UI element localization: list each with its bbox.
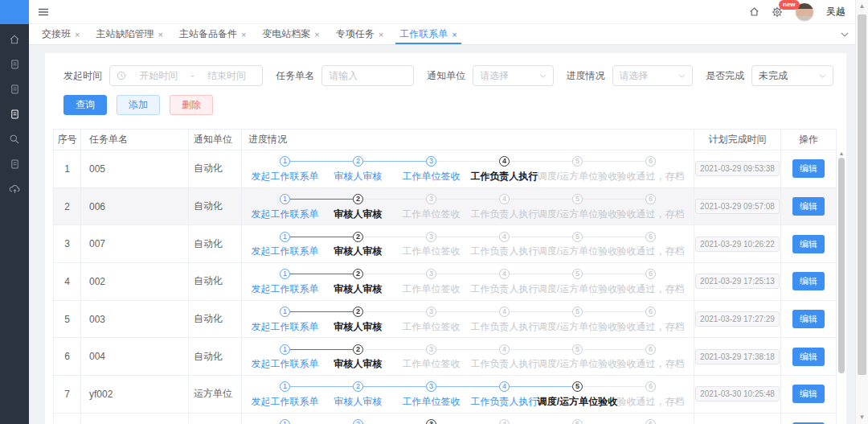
step-label: 验收通过，存档 xyxy=(596,396,705,407)
progress-step-3: 3工作单位签收 xyxy=(395,419,468,424)
tab-3[interactable]: 变电站档案× xyxy=(262,24,319,44)
sidebar-item-search-icon[interactable] xyxy=(9,134,20,145)
row-progress-steps: 1发起工作联系单2审核人审核3工作单位签收4工作负责人执行5调度/运方单位验收6… xyxy=(242,376,694,413)
clock-icon xyxy=(117,71,126,80)
edit-button[interactable]: 编辑 xyxy=(792,197,825,216)
range-separator: - xyxy=(190,70,196,81)
page-scrollbar-thumb[interactable] xyxy=(858,14,866,375)
sidebar-item-cloud-upload-icon[interactable] xyxy=(9,183,21,194)
row-progress-steps: 1发起工作联系单2审核人审核3工作单位签收4工作负责人执行5调度/运方单位验收6… xyxy=(242,338,694,375)
step-circle: 6 xyxy=(645,381,656,392)
sidebar-item-doc-icon[interactable] xyxy=(10,158,20,170)
step-circle: 4 xyxy=(499,344,510,355)
step-circle: 5 xyxy=(572,307,583,317)
row-task-name: yf002 xyxy=(81,376,189,413)
table-row[interactable]: 7 yf002 运方单位 1发起工作联系单2审核人审核3工作单位签收4工作负责人… xyxy=(54,375,836,413)
row-task-name: 002 xyxy=(81,263,189,300)
table-row[interactable]: 1发起工作联系单2审核人审核3工作单位签收4工作负责人执行5调度/运方单位验收6… xyxy=(54,413,836,424)
edit-button[interactable]: 编辑 xyxy=(792,235,825,253)
row-notify-unit xyxy=(189,414,242,424)
step-circle: 2 xyxy=(353,194,363,204)
chevron-down-icon[interactable] xyxy=(841,32,849,37)
sidebar-item-home-icon[interactable] xyxy=(9,34,20,45)
tab-close-icon[interactable]: × xyxy=(379,30,383,39)
search-button[interactable]: 查询 xyxy=(63,95,107,115)
step-label: 验收通过，存档 xyxy=(596,245,705,257)
tab-1[interactable]: 主站缺陷管理× xyxy=(96,24,162,44)
hamburger-menu-icon[interactable] xyxy=(38,6,49,18)
step-circle: 3 xyxy=(426,381,436,392)
tab-close-icon[interactable]: × xyxy=(452,30,457,39)
table-scrollbar[interactable]: ▲ xyxy=(837,129,846,424)
scroll-down-icon[interactable]: ▼ xyxy=(856,411,868,424)
edit-button[interactable]: 编辑 xyxy=(792,159,825,178)
step-circle: 2 xyxy=(353,307,363,317)
sidebar-item-doc-icon[interactable] xyxy=(10,59,20,70)
row-index: 2 xyxy=(54,188,81,225)
notify-unit-value: 请选择 xyxy=(480,69,538,83)
tab-close-icon[interactable]: × xyxy=(75,30,80,39)
complete-select[interactable]: 未完成 xyxy=(751,65,833,86)
edit-button[interactable]: 编辑 xyxy=(792,348,825,366)
add-button[interactable]: 添加 xyxy=(117,95,160,115)
row-index: 5 xyxy=(54,301,81,338)
page-scrollbar[interactable]: ▲ ▼ xyxy=(855,0,868,424)
tab-5[interactable]: 工作联系单× xyxy=(399,24,457,44)
scroll-up-icon[interactable]: ▲ xyxy=(837,150,846,158)
settings-gear-icon[interactable]: new xyxy=(772,6,783,18)
step-circle: 3 xyxy=(426,232,436,242)
table-row[interactable]: 5 003 自动化 1发起工作联系单2审核人审核3工作单位签收4工作负责人执行5… xyxy=(54,300,836,338)
row-index: 4 xyxy=(54,263,81,300)
table-row[interactable]: 3 007 自动化 1发起工作联系单2审核人审核3工作单位签收4工作负责人执行5… xyxy=(54,224,836,262)
row-index: 1 xyxy=(54,150,81,187)
step-label: 验收通过，存档 xyxy=(596,283,705,294)
step-circle: 2 xyxy=(353,344,363,355)
row-progress-steps: 1发起工作联系单2审核人审核3工作单位签收4工作负责人执行5调度/运方单位验收6… xyxy=(242,150,694,187)
sidebar-item-doc-icon[interactable] xyxy=(10,109,20,120)
scroll-up-icon[interactable]: ▲ xyxy=(856,0,868,13)
table-row[interactable]: 2 006 自动化 1发起工作联系单2审核人审核3工作单位签收4工作负责人执行5… xyxy=(54,187,836,225)
step-circle: 5 xyxy=(572,381,583,392)
edit-button[interactable]: 编辑 xyxy=(792,272,825,290)
tab-bar: 交接班×主站缺陷管理×主站备品备件×变电站档案×专项任务×工作联系单× xyxy=(29,24,855,45)
step-circle: 3 xyxy=(426,419,436,424)
step-circle: 3 xyxy=(426,344,436,355)
tab-0[interactable]: 交接班× xyxy=(42,24,80,44)
progress-step-6: 6验收通过，存档 xyxy=(614,231,687,257)
tab-close-icon[interactable]: × xyxy=(158,30,162,39)
user-name[interactable]: 吴越 xyxy=(826,5,845,19)
step-circle: 3 xyxy=(426,307,436,317)
progress-select[interactable]: 请选择 xyxy=(612,65,693,86)
planned-time-value: 2021-03-29 17:25:13 xyxy=(695,274,780,289)
tab-close-icon[interactable]: × xyxy=(241,30,246,39)
table-row[interactable]: 6 004 自动化 1发起工作联系单2审核人审核3工作单位签收4工作负责人执行5… xyxy=(54,337,836,375)
step-circle: 5 xyxy=(572,269,583,279)
header-action: 操作 xyxy=(781,130,836,150)
step-circle: 5 xyxy=(572,232,583,242)
progress-label: 进度情况 xyxy=(567,69,605,83)
step-circle: 4 xyxy=(499,232,510,242)
tab-2[interactable]: 主站备品备件× xyxy=(179,24,246,44)
table-row[interactable]: 4 002 自动化 1发起工作联系单2审核人审核3工作单位签收4工作负责人执行5… xyxy=(54,262,836,300)
date-range-picker[interactable]: 开始时间 - 结束时间 xyxy=(109,65,263,86)
table-row[interactable]: 1 005 自动化 1发起工作联系单2审核人审核3工作单位签收4工作负责人执行5… xyxy=(54,150,836,187)
step-circle: 6 xyxy=(645,419,656,424)
tab-close-icon[interactable]: × xyxy=(314,30,319,39)
edit-button[interactable]: 编辑 xyxy=(792,385,825,403)
step-label: 验收通过，存档 xyxy=(596,208,705,220)
step-circle: 1 xyxy=(280,156,290,167)
row-task-name: 003 xyxy=(81,301,189,338)
edit-button[interactable]: 编辑 xyxy=(792,310,825,328)
home-icon[interactable] xyxy=(749,6,760,17)
table-scrollbar-thumb[interactable] xyxy=(838,158,845,373)
tab-4[interactable]: 专项任务× xyxy=(336,24,383,44)
row-actions: 编辑 xyxy=(781,225,836,262)
step-circle: 6 xyxy=(645,156,656,167)
row-planned-time: 2021-03-30 10:25:48 xyxy=(694,376,781,413)
header-planned: 计划完成时间 xyxy=(694,130,781,150)
header-index: 序号 xyxy=(54,130,81,150)
delete-button[interactable]: 删除 xyxy=(170,95,213,115)
notify-unit-select[interactable]: 请选择 xyxy=(473,65,553,86)
task-name-input[interactable] xyxy=(321,65,414,86)
sidebar-item-doc-icon[interactable] xyxy=(10,84,20,95)
